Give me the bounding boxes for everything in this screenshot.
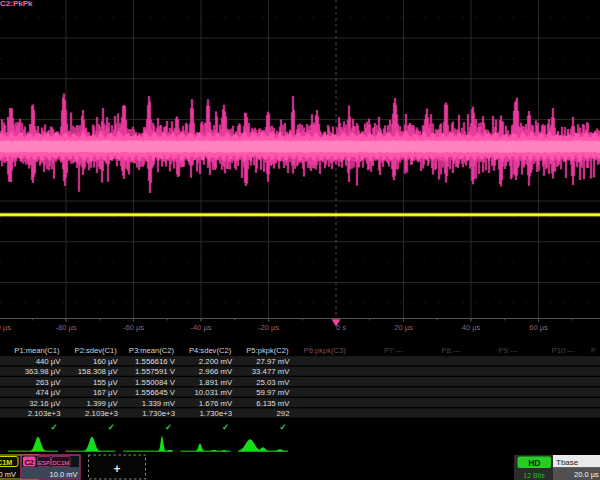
svg-text:292: 292 bbox=[276, 409, 289, 418]
svg-text:✓: ✓ bbox=[165, 422, 172, 432]
svg-text:+: + bbox=[113, 462, 120, 476]
svg-text:✓: ✓ bbox=[279, 422, 286, 432]
svg-text:60 µs: 60 µs bbox=[529, 323, 548, 332]
svg-text:-60 µs: -60 µs bbox=[123, 323, 144, 332]
svg-text:2.103e+3: 2.103e+3 bbox=[85, 409, 118, 418]
svg-text:20.0 µs: 20.0 µs bbox=[574, 470, 599, 479]
svg-text:P6:pkpk(C3): P6:pkpk(C3) bbox=[304, 346, 347, 355]
svg-text:Tbase: Tbase bbox=[556, 458, 579, 467]
svg-text:59.97 mV: 59.97 mV bbox=[256, 388, 290, 397]
svg-text:12 Bits: 12 Bits bbox=[523, 472, 545, 479]
svg-text:2.966 mV: 2.966 mV bbox=[199, 367, 233, 376]
svg-text:263 µV: 263 µV bbox=[36, 378, 62, 387]
svg-text:P4:sdev(C2): P4:sdev(C2) bbox=[189, 346, 232, 355]
svg-text:20.0 mV: 20.0 mV bbox=[0, 470, 16, 479]
svg-text:33.477 mV: 33.477 mV bbox=[252, 367, 291, 376]
svg-text:25.03 mV: 25.03 mV bbox=[256, 378, 290, 387]
svg-text:1.557591 V: 1.557591 V bbox=[135, 367, 176, 376]
svg-text:1.399 µV: 1.399 µV bbox=[86, 399, 118, 408]
svg-text:P: P bbox=[591, 346, 596, 355]
svg-text:158.308 µV: 158.308 µV bbox=[78, 367, 119, 376]
svg-text:167 µV: 167 µV bbox=[93, 388, 119, 397]
svg-text:1.730e+3: 1.730e+3 bbox=[199, 409, 232, 418]
svg-text:C2: C2 bbox=[24, 458, 34, 467]
svg-text:20 µs: 20 µs bbox=[394, 323, 413, 332]
svg-text:P7:---: P7:--- bbox=[384, 346, 403, 355]
svg-text:1.556616 V: 1.556616 V bbox=[135, 357, 176, 366]
svg-text:1.556645 V: 1.556645 V bbox=[135, 388, 176, 397]
svg-text:✓: ✓ bbox=[108, 422, 115, 432]
svg-text:ESP: ESP bbox=[38, 460, 50, 466]
svg-text:160 µV: 160 µV bbox=[93, 357, 119, 366]
svg-text:2.103e+3: 2.103e+3 bbox=[28, 409, 61, 418]
svg-text:2.200 mV: 2.200 mV bbox=[199, 357, 233, 366]
svg-text:10.0 mV: 10.0 mV bbox=[50, 470, 78, 479]
svg-text:155 µV: 155 µV bbox=[93, 378, 119, 387]
svg-text:40 µs: 40 µs bbox=[462, 323, 481, 332]
svg-text:32.16 µV: 32.16 µV bbox=[29, 399, 61, 408]
svg-text:✓: ✓ bbox=[222, 422, 229, 432]
svg-text:DC1M: DC1M bbox=[0, 458, 12, 467]
svg-text:P5:pkpk(C2): P5:pkpk(C2) bbox=[246, 346, 289, 355]
svg-text:27.97 mV: 27.97 mV bbox=[256, 357, 290, 366]
svg-text:✓: ✓ bbox=[50, 422, 57, 432]
svg-text:6.135 mV: 6.135 mV bbox=[256, 399, 290, 408]
svg-text:-20 µs: -20 µs bbox=[258, 323, 279, 332]
svg-text:P3:mean(C2): P3:mean(C2) bbox=[129, 346, 175, 355]
svg-text:1.730e+3: 1.730e+3 bbox=[142, 409, 175, 418]
svg-text:HD: HD bbox=[528, 458, 540, 468]
svg-text:P9:---: P9:--- bbox=[499, 346, 518, 355]
svg-text:-100 µs: -100 µs bbox=[0, 323, 11, 332]
svg-text:1.339 mV: 1.339 mV bbox=[142, 399, 176, 408]
svg-text:DC1M: DC1M bbox=[52, 460, 69, 466]
svg-text:-80 µs: -80 µs bbox=[56, 323, 77, 332]
svg-text:-40 µs: -40 µs bbox=[191, 323, 212, 332]
svg-text:P8:---: P8:--- bbox=[441, 346, 460, 355]
svg-text:1.550084 V: 1.550084 V bbox=[135, 378, 176, 387]
svg-text:P2:sdev(C1): P2:sdev(C1) bbox=[75, 346, 118, 355]
svg-text:440 µV: 440 µV bbox=[36, 357, 62, 366]
svg-text:474 µV: 474 µV bbox=[36, 388, 62, 397]
svg-text:C2:PkPk: C2:PkPk bbox=[0, 0, 33, 8]
svg-text:P1:mean(C1): P1:mean(C1) bbox=[14, 346, 60, 355]
svg-text:P10:---: P10:--- bbox=[552, 346, 576, 355]
svg-text:0 s: 0 s bbox=[336, 323, 346, 332]
svg-text:363.98 µV: 363.98 µV bbox=[25, 367, 62, 376]
svg-text:1.676 mV: 1.676 mV bbox=[199, 399, 233, 408]
svg-text:1.891 mV: 1.891 mV bbox=[199, 378, 233, 387]
svg-text:10.031 mV: 10.031 mV bbox=[194, 388, 233, 397]
